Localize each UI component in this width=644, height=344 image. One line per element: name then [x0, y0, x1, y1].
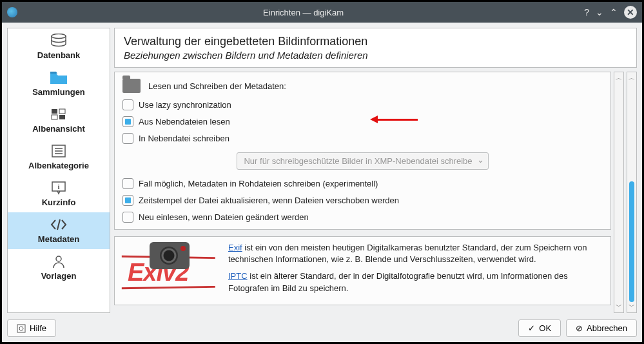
page-title: Verwaltung der eingebetteten Bildinforma… [124, 35, 627, 48]
checkbox-icon [122, 99, 133, 110]
titlebar: Einrichten — digiKam ? ⌄ ⌃ ✕ [2, 2, 642, 23]
scroll-down-icon[interactable]: ﹀ [629, 302, 635, 311]
exiv2-logo: Exiv2 [122, 242, 219, 288]
exif-link[interactable]: Exif [228, 243, 242, 252]
checkbox-label: In Nebendatei schreiben [139, 134, 229, 143]
svg-point-0 [52, 34, 66, 39]
folder-icon [48, 69, 69, 86]
scroll-down-icon[interactable]: ﹀ [616, 302, 622, 311]
metadata-info-box: Exiv2 Exif ist ein von den meisten heuti… [114, 236, 611, 305]
sidebar-item-database[interactable]: Datenbank [8, 28, 110, 65]
sidebar-item-label: Kurzinfo [42, 197, 76, 207]
tooltip-icon: i [48, 179, 69, 196]
sidebar-item-label: Datenbank [37, 50, 80, 60]
group-heading: Lesen und Schreiben der Metadaten: [148, 81, 286, 91]
ok-button[interactable]: ✓ OK [518, 319, 561, 337]
sidebar-item-templates[interactable]: Vorlagen [8, 249, 110, 286]
svg-point-12 [56, 256, 61, 261]
select-value: Nur für schreibgeschützte Bilder in XMP-… [244, 156, 472, 166]
checkbox-icon [122, 178, 133, 189]
checkbox-icon [122, 116, 133, 127]
scroll-up-icon[interactable]: ︿ [629, 74, 635, 83]
checkbox-icon [122, 133, 133, 144]
sidebar-item-label: Albenansicht [32, 124, 85, 134]
checkbox-label: Use lazy synchronization [139, 100, 231, 110]
database-icon [48, 32, 69, 49]
button-label: Hilfe [30, 323, 46, 333]
svg-rect-1 [52, 109, 57, 114]
category-sidebar[interactable]: Datenbank Sammlungen Albenansicht [7, 28, 110, 313]
help-icon [17, 324, 26, 333]
page-header: Verwaltung der eingebetteten Bildinforma… [114, 28, 637, 68]
scroll-up-icon[interactable]: ︿ [616, 74, 622, 83]
checkbox-update-timestamp[interactable]: Zeitstempel der Datei aktualisieren, wen… [122, 195, 603, 206]
settings-window: Einrichten — digiKam ? ⌄ ⌃ ✕ Datenbank [0, 0, 644, 344]
cancel-icon: ⊘ [576, 323, 583, 333]
dialog-footer: Hilfe ✓ OK ⊘ Abbrechen [7, 317, 637, 337]
svg-line-11 [57, 219, 60, 230]
help-button[interactable]: Hilfe [7, 319, 56, 337]
metadata-rw-group: Lesen und Schreiben der Metadaten: Use l… [114, 72, 611, 230]
grid-icon [48, 106, 69, 123]
checkbox-lazy-sync[interactable]: Use lazy synchronization [122, 99, 603, 110]
checkbox-raw-write[interactable]: Fall möglich, Metadaten in Rohdateien sc… [122, 178, 603, 189]
page-subtitle: Beziehungen zwischen Bildern und Metadat… [124, 50, 627, 61]
sidebar-item-metadata[interactable]: Metadaten [8, 212, 110, 249]
person-icon [48, 253, 69, 270]
checkbox-label: Aus Nebendateien lesen [139, 117, 230, 126]
sidebar-item-label: Vorlagen [41, 271, 77, 281]
sidebar-item-label: Albenkategorie [28, 161, 89, 170]
scrollbar-right[interactable]: ︿ ﹀ [627, 72, 637, 313]
checkbox-label: Neu einlesen, wenn Dateien geändert werd… [139, 212, 309, 222]
scrollbar-left[interactable]: ︿ ﹀ [614, 72, 624, 313]
checkbox-icon [122, 195, 133, 206]
sidebar-item-label: Metadaten [38, 234, 79, 244]
button-label: OK [539, 323, 551, 333]
scrollbar-thumb[interactable] [629, 181, 634, 302]
maximize-icon[interactable]: ⌃ [610, 7, 618, 17]
sidebar-item-label: Sammlungen [32, 87, 85, 97]
sidecar-mode-select: Nur für schreibgeschützte Bilder in XMP-… [237, 152, 488, 170]
checkbox-label: Zeitstempel der Datei aktualisieren, wen… [139, 196, 399, 205]
svg-rect-2 [59, 109, 65, 114]
help-titlebar-icon[interactable]: ? [584, 7, 589, 17]
iptc-link[interactable]: IPTC [228, 271, 248, 281]
close-icon[interactable]: ✕ [624, 6, 637, 19]
sidebar-item-albumcategory[interactable]: Albenkategorie [8, 139, 110, 176]
sidebar-item-albumview[interactable]: Albenansicht [8, 102, 110, 139]
code-icon [48, 216, 69, 233]
checkbox-rescan[interactable]: Neu einlesen, wenn Dateien geändert werd… [122, 212, 603, 223]
checkbox-write-sidecar[interactable]: In Nebendatei schreiben [122, 133, 603, 144]
minimize-icon[interactable]: ⌄ [596, 7, 603, 17]
folder-icon [122, 79, 141, 93]
sidebar-item-tooltip[interactable]: i Kurzinfo [8, 176, 110, 212]
svg-rect-13 [17, 325, 25, 332]
checkbox-read-sidecar[interactable]: Aus Nebendateien lesen [122, 116, 603, 127]
list-icon [48, 143, 69, 159]
iptc-description: IPTC ist ein älterer Standard, der in de… [228, 270, 603, 294]
svg-point-14 [19, 327, 23, 330]
svg-rect-3 [52, 115, 57, 119]
button-label: Abbrechen [587, 323, 627, 333]
checkbox-label: Fall möglich, Metadaten in Rohdateien sc… [139, 179, 378, 188]
svg-text:i: i [57, 183, 59, 190]
exif-description: Exif ist ein von den meisten heutigen Di… [228, 242, 603, 265]
cancel-button[interactable]: ⊘ Abbrechen [566, 319, 637, 337]
app-icon [7, 7, 17, 17]
sidebar-item-collections[interactable]: Sammlungen [8, 65, 110, 102]
checkbox-icon [122, 212, 133, 223]
check-icon: ✓ [528, 323, 535, 333]
svg-rect-4 [59, 115, 65, 119]
window-title: Einrichten — digiKam [23, 8, 584, 17]
